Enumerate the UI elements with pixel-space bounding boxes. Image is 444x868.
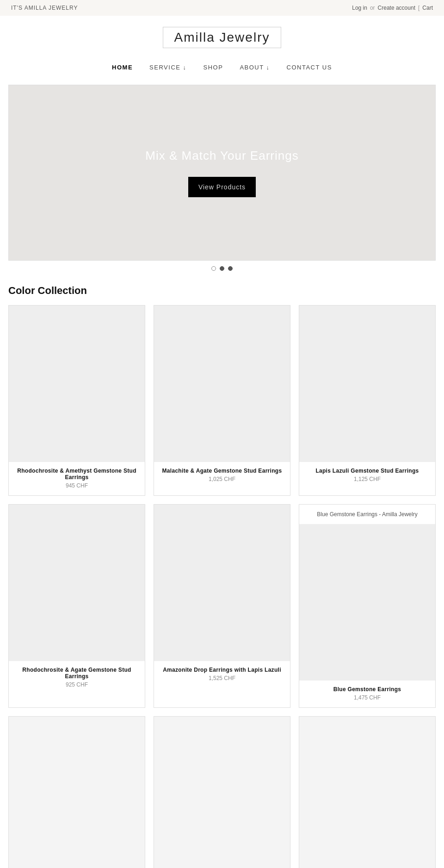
main-nav: HOME SERVICE ↓ SHOP ABOUT ↓ CONTACT US — [0, 56, 444, 76]
product-name: Amazonite Drop Earrings with Lapis Lazul… — [158, 667, 286, 673]
product-image — [154, 717, 290, 868]
product-image — [9, 306, 145, 462]
bracket-sep: [ — [418, 5, 419, 11]
product-card[interactable]: Malachite & Agate Gemstone Stud Earrings… — [154, 305, 290, 496]
site-title[interactable]: Amilla Jewelry — [163, 27, 282, 48]
product-name: Malachite & Agate Gemstone Stud Earrings — [158, 468, 286, 474]
product-image — [299, 524, 435, 681]
nav-home[interactable]: HOME — [112, 64, 133, 71]
top-bar-right: Log in or Create account [ Cart — [352, 5, 433, 11]
nav-shop[interactable]: SHOP — [204, 64, 223, 71]
create-account-link[interactable]: Create account — [378, 5, 415, 11]
slider-dots — [0, 261, 444, 274]
product-image — [9, 717, 145, 868]
product-info: Amazonite Drop Earrings with Lapis Lazul… — [154, 661, 290, 688]
nav-contact[interactable]: CONTACT US — [287, 64, 332, 71]
product-price: 1,525 CHF — [158, 675, 286, 681]
cart-link[interactable]: Cart — [422, 5, 433, 11]
color-collection-title: Color Collection — [8, 285, 436, 297]
product-name: Lapis Lazuli Gemstone Stud Earrings — [303, 468, 432, 474]
site-header: Amilla Jewelry — [0, 16, 444, 56]
dot-3[interactable] — [228, 266, 233, 271]
product-image — [154, 505, 290, 661]
product-card[interactable]: Blue Gemstone Earrings - Amilla Jewelry … — [299, 504, 436, 708]
or-text: or — [370, 5, 375, 11]
view-products-button[interactable]: View Products — [188, 177, 256, 197]
color-collection-section: Color Collection Rhodochrosite & Amethys… — [0, 274, 444, 868]
nav-about[interactable]: ABOUT ↓ — [240, 64, 270, 71]
product-card[interactable]: Pink Gemstone Earrings with Rhodochrosit… — [154, 716, 290, 868]
hero-banner: Mix & Match Your Earrings View Products — [8, 85, 436, 261]
top-bar-brand: IT'S AMILLA JEWELRY — [11, 5, 78, 11]
product-card[interactable]: Gemstone Trio Earrings 2,150 CHF — [8, 716, 145, 868]
product-info: Rhodochrosite & Agate Gemstone Stud Earr… — [9, 661, 145, 694]
hero-title: Mix & Match Your Earrings — [145, 149, 298, 163]
product-price: 945 CHF — [12, 482, 141, 489]
product-price: 925 CHF — [12, 681, 141, 688]
product-grid: Rhodochrosite & Amethyst Gemstone Stud E… — [8, 305, 436, 868]
login-link[interactable]: Log in — [352, 5, 367, 11]
product-image — [9, 505, 145, 661]
product-price: 1,125 CHF — [303, 476, 432, 482]
product-info: Rhodochrosite & Amethyst Gemstone Stud E… — [9, 462, 145, 495]
product-name: Rhodochrosite & Agate Gemstone Stud Earr… — [12, 667, 141, 680]
product-card[interactable]: Rhodochrosite & Agate Gemstone Stud Earr… — [8, 504, 145, 708]
product-info: Blue Gemstone Earrings 1,475 CHF — [299, 681, 435, 707]
product-name: Rhodochrosite & Amethyst Gemstone Stud E… — [12, 468, 141, 481]
product-overlay-text: Blue Gemstone Earrings - Amilla Jewelry — [299, 505, 435, 524]
product-card[interactable]: Rhodochrosite & Amethyst Gemstone Stud E… — [8, 305, 145, 496]
product-price: 1,475 CHF — [303, 694, 432, 701]
product-info: Malachite & Agate Gemstone Stud Earrings… — [154, 462, 290, 489]
product-image — [299, 306, 435, 462]
product-name: Blue Gemstone Earrings — [303, 686, 432, 693]
product-card[interactable]: Malachite Gemstone Stud Earrings 1,085 C… — [299, 716, 436, 868]
nav-service[interactable]: SERVICE ↓ — [149, 64, 186, 71]
top-bar: IT'S AMILLA JEWELRY Log in or Create acc… — [0, 0, 444, 16]
product-info: Lapis Lazuli Gemstone Stud Earrings 1,12… — [299, 462, 435, 489]
dot-2[interactable] — [220, 266, 224, 271]
dot-1[interactable] — [211, 266, 216, 271]
product-price: 1,025 CHF — [158, 476, 286, 482]
product-card[interactable]: Lapis Lazuli Gemstone Stud Earrings 1,12… — [299, 305, 436, 496]
product-image — [154, 306, 290, 462]
product-card[interactable]: Amazonite Drop Earrings with Lapis Lazul… — [154, 504, 290, 708]
product-image — [299, 717, 435, 868]
